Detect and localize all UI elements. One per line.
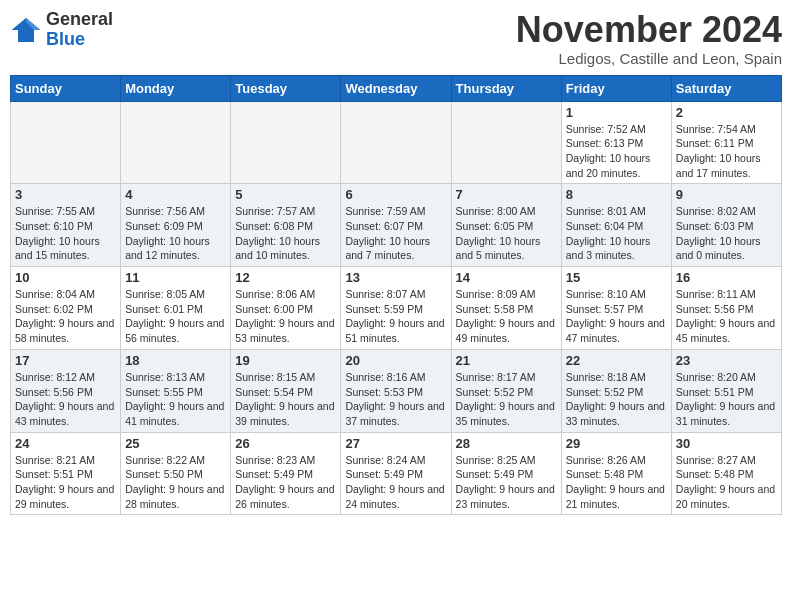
calendar-day-cell: 17Sunrise: 8:12 AMSunset: 5:56 PMDayligh… xyxy=(11,349,121,432)
title-block: November 2024 Ledigos, Castille and Leon… xyxy=(516,10,782,67)
day-number: 7 xyxy=(456,187,557,202)
logo: General Blue xyxy=(10,10,113,50)
calendar-day-cell: 1Sunrise: 7:52 AMSunset: 6:13 PMDaylight… xyxy=(561,101,671,184)
day-number: 24 xyxy=(15,436,116,451)
day-info: Sunrise: 8:15 AMSunset: 5:54 PMDaylight:… xyxy=(235,370,336,429)
day-number: 18 xyxy=(125,353,226,368)
calendar-week-row: 1Sunrise: 7:52 AMSunset: 6:13 PMDaylight… xyxy=(11,101,782,184)
day-number: 17 xyxy=(15,353,116,368)
calendar-week-row: 24Sunrise: 8:21 AMSunset: 5:51 PMDayligh… xyxy=(11,432,782,515)
day-info: Sunrise: 8:23 AMSunset: 5:49 PMDaylight:… xyxy=(235,453,336,512)
calendar-day-cell: 27Sunrise: 8:24 AMSunset: 5:49 PMDayligh… xyxy=(341,432,451,515)
day-info: Sunrise: 8:17 AMSunset: 5:52 PMDaylight:… xyxy=(456,370,557,429)
day-number: 2 xyxy=(676,105,777,120)
day-info: Sunrise: 8:04 AMSunset: 6:02 PMDaylight:… xyxy=(15,287,116,346)
calendar-day-cell: 29Sunrise: 8:26 AMSunset: 5:48 PMDayligh… xyxy=(561,432,671,515)
calendar: SundayMondayTuesdayWednesdayThursdayFrid… xyxy=(10,75,782,516)
day-info: Sunrise: 8:01 AMSunset: 6:04 PMDaylight:… xyxy=(566,204,667,263)
day-number: 14 xyxy=(456,270,557,285)
calendar-day-cell: 9Sunrise: 8:02 AMSunset: 6:03 PMDaylight… xyxy=(671,184,781,267)
day-number: 11 xyxy=(125,270,226,285)
day-info: Sunrise: 7:59 AMSunset: 6:07 PMDaylight:… xyxy=(345,204,446,263)
weekday-header: Thursday xyxy=(451,75,561,101)
calendar-day-cell: 8Sunrise: 8:01 AMSunset: 6:04 PMDaylight… xyxy=(561,184,671,267)
logo-icon xyxy=(10,14,42,46)
calendar-day-cell: 7Sunrise: 8:00 AMSunset: 6:05 PMDaylight… xyxy=(451,184,561,267)
weekday-header: Saturday xyxy=(671,75,781,101)
calendar-day-cell: 26Sunrise: 8:23 AMSunset: 5:49 PMDayligh… xyxy=(231,432,341,515)
weekday-header: Sunday xyxy=(11,75,121,101)
day-number: 28 xyxy=(456,436,557,451)
day-number: 30 xyxy=(676,436,777,451)
day-info: Sunrise: 8:07 AMSunset: 5:59 PMDaylight:… xyxy=(345,287,446,346)
calendar-day-cell xyxy=(11,101,121,184)
day-number: 15 xyxy=(566,270,667,285)
day-info: Sunrise: 7:55 AMSunset: 6:10 PMDaylight:… xyxy=(15,204,116,263)
day-info: Sunrise: 8:09 AMSunset: 5:58 PMDaylight:… xyxy=(456,287,557,346)
logo-general: General xyxy=(46,9,113,29)
day-number: 27 xyxy=(345,436,446,451)
day-number: 13 xyxy=(345,270,446,285)
calendar-day-cell: 6Sunrise: 7:59 AMSunset: 6:07 PMDaylight… xyxy=(341,184,451,267)
day-number: 5 xyxy=(235,187,336,202)
day-info: Sunrise: 8:02 AMSunset: 6:03 PMDaylight:… xyxy=(676,204,777,263)
day-number: 16 xyxy=(676,270,777,285)
calendar-day-cell: 25Sunrise: 8:22 AMSunset: 5:50 PMDayligh… xyxy=(121,432,231,515)
day-info: Sunrise: 8:00 AMSunset: 6:05 PMDaylight:… xyxy=(456,204,557,263)
weekday-header: Friday xyxy=(561,75,671,101)
calendar-week-row: 10Sunrise: 8:04 AMSunset: 6:02 PMDayligh… xyxy=(11,267,782,350)
calendar-day-cell: 20Sunrise: 8:16 AMSunset: 5:53 PMDayligh… xyxy=(341,349,451,432)
calendar-day-cell: 13Sunrise: 8:07 AMSunset: 5:59 PMDayligh… xyxy=(341,267,451,350)
day-number: 8 xyxy=(566,187,667,202)
calendar-day-cell: 4Sunrise: 7:56 AMSunset: 6:09 PMDaylight… xyxy=(121,184,231,267)
day-number: 26 xyxy=(235,436,336,451)
day-info: Sunrise: 7:52 AMSunset: 6:13 PMDaylight:… xyxy=(566,122,667,181)
day-number: 20 xyxy=(345,353,446,368)
calendar-day-cell: 11Sunrise: 8:05 AMSunset: 6:01 PMDayligh… xyxy=(121,267,231,350)
calendar-week-row: 17Sunrise: 8:12 AMSunset: 5:56 PMDayligh… xyxy=(11,349,782,432)
day-number: 9 xyxy=(676,187,777,202)
day-info: Sunrise: 8:16 AMSunset: 5:53 PMDaylight:… xyxy=(345,370,446,429)
calendar-day-cell xyxy=(451,101,561,184)
calendar-day-cell: 28Sunrise: 8:25 AMSunset: 5:49 PMDayligh… xyxy=(451,432,561,515)
calendar-day-cell: 22Sunrise: 8:18 AMSunset: 5:52 PMDayligh… xyxy=(561,349,671,432)
day-info: Sunrise: 7:56 AMSunset: 6:09 PMDaylight:… xyxy=(125,204,226,263)
day-number: 4 xyxy=(125,187,226,202)
day-info: Sunrise: 8:13 AMSunset: 5:55 PMDaylight:… xyxy=(125,370,226,429)
weekday-header: Monday xyxy=(121,75,231,101)
day-number: 23 xyxy=(676,353,777,368)
weekday-header: Tuesday xyxy=(231,75,341,101)
calendar-body: 1Sunrise: 7:52 AMSunset: 6:13 PMDaylight… xyxy=(11,101,782,515)
day-number: 19 xyxy=(235,353,336,368)
calendar-day-cell: 23Sunrise: 8:20 AMSunset: 5:51 PMDayligh… xyxy=(671,349,781,432)
day-info: Sunrise: 8:10 AMSunset: 5:57 PMDaylight:… xyxy=(566,287,667,346)
calendar-day-cell xyxy=(231,101,341,184)
day-info: Sunrise: 8:18 AMSunset: 5:52 PMDaylight:… xyxy=(566,370,667,429)
day-number: 29 xyxy=(566,436,667,451)
calendar-week-row: 3Sunrise: 7:55 AMSunset: 6:10 PMDaylight… xyxy=(11,184,782,267)
day-info: Sunrise: 8:12 AMSunset: 5:56 PMDaylight:… xyxy=(15,370,116,429)
calendar-day-cell: 5Sunrise: 7:57 AMSunset: 6:08 PMDaylight… xyxy=(231,184,341,267)
calendar-day-cell xyxy=(121,101,231,184)
calendar-day-cell: 19Sunrise: 8:15 AMSunset: 5:54 PMDayligh… xyxy=(231,349,341,432)
day-info: Sunrise: 8:20 AMSunset: 5:51 PMDaylight:… xyxy=(676,370,777,429)
calendar-day-cell: 18Sunrise: 8:13 AMSunset: 5:55 PMDayligh… xyxy=(121,349,231,432)
day-number: 10 xyxy=(15,270,116,285)
calendar-day-cell: 12Sunrise: 8:06 AMSunset: 6:00 PMDayligh… xyxy=(231,267,341,350)
day-number: 21 xyxy=(456,353,557,368)
weekday-header-row: SundayMondayTuesdayWednesdayThursdayFrid… xyxy=(11,75,782,101)
day-number: 22 xyxy=(566,353,667,368)
day-number: 1 xyxy=(566,105,667,120)
day-info: Sunrise: 8:27 AMSunset: 5:48 PMDaylight:… xyxy=(676,453,777,512)
day-number: 12 xyxy=(235,270,336,285)
month-title: November 2024 xyxy=(516,10,782,50)
day-info: Sunrise: 8:21 AMSunset: 5:51 PMDaylight:… xyxy=(15,453,116,512)
day-info: Sunrise: 8:11 AMSunset: 5:56 PMDaylight:… xyxy=(676,287,777,346)
calendar-day-cell: 16Sunrise: 8:11 AMSunset: 5:56 PMDayligh… xyxy=(671,267,781,350)
calendar-day-cell: 30Sunrise: 8:27 AMSunset: 5:48 PMDayligh… xyxy=(671,432,781,515)
day-info: Sunrise: 8:05 AMSunset: 6:01 PMDaylight:… xyxy=(125,287,226,346)
day-info: Sunrise: 8:22 AMSunset: 5:50 PMDaylight:… xyxy=(125,453,226,512)
day-number: 6 xyxy=(345,187,446,202)
calendar-day-cell: 24Sunrise: 8:21 AMSunset: 5:51 PMDayligh… xyxy=(11,432,121,515)
calendar-day-cell: 3Sunrise: 7:55 AMSunset: 6:10 PMDaylight… xyxy=(11,184,121,267)
